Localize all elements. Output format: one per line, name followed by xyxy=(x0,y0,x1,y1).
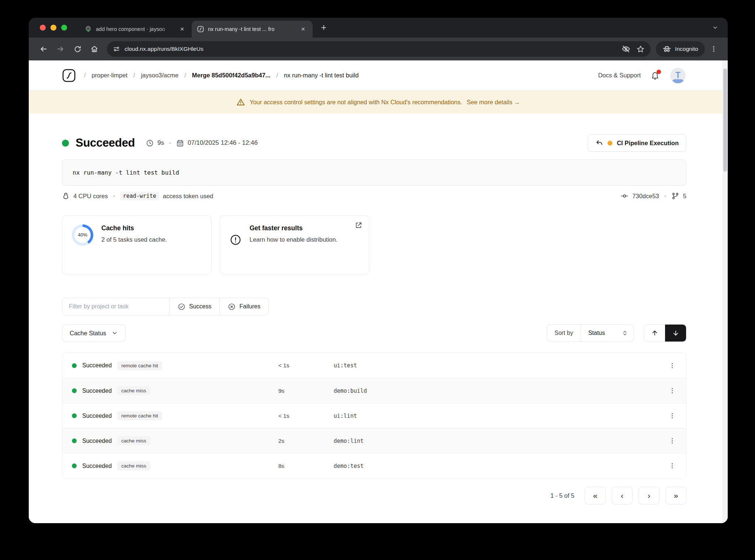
next-page-button[interactable]: › xyxy=(639,487,660,504)
back-button[interactable] xyxy=(36,42,51,56)
tab-search-chevron-icon[interactable] xyxy=(708,22,723,33)
maximize-window-button[interactable] xyxy=(61,25,67,31)
sort-by-label: Sort by xyxy=(547,325,581,342)
table-row[interactable]: Succeededcache miss 8s demo:test xyxy=(62,453,686,478)
scrollbar-thumb[interactable] xyxy=(723,69,727,172)
ci-pipeline-execution-button[interactable]: CI Pipeline Execution xyxy=(588,134,686,152)
new-tab-button[interactable]: + xyxy=(318,21,330,33)
info-icon xyxy=(230,234,241,246)
prev-page-button[interactable]: ‹ xyxy=(612,487,633,504)
breadcrumb-run[interactable]: nx run-many -t lint test build xyxy=(284,72,359,79)
external-link-icon[interactable] xyxy=(355,221,362,229)
breadcrumb-commit[interactable]: Merge 85d500f42d5a9b47... xyxy=(192,72,271,79)
url-bar[interactable]: cloud.nx.app/runs/BkIXGHleUs xyxy=(107,41,651,57)
run-status-row: Succeeded 9s 07/10/2025 12:46 - 12:46 xyxy=(62,134,686,152)
notifications-bell-icon[interactable] xyxy=(650,70,661,81)
branch-icon xyxy=(671,192,679,200)
breadcrumb-separator: / xyxy=(133,72,135,79)
table-row[interactable]: Succeededremote cache hit < 1s ui:lint xyxy=(62,403,686,428)
banner-details-link[interactable]: See more details → xyxy=(467,99,520,106)
row-task: ui:lint xyxy=(334,413,664,419)
commit-sha[interactable]: 730dce53 xyxy=(632,193,659,200)
x-circle-icon xyxy=(228,303,236,311)
success-filter-label: Success xyxy=(189,303,211,310)
nx-icon xyxy=(197,25,204,33)
docs-support-link[interactable]: Docs & Support xyxy=(598,72,641,79)
separator-dot xyxy=(113,195,115,197)
separator-dot xyxy=(169,142,171,144)
minimize-window-button[interactable] xyxy=(51,25,56,31)
breadcrumb-repo[interactable]: jaysoo3/acme xyxy=(141,72,178,79)
avatar-letter: T xyxy=(675,70,681,80)
first-page-button[interactable]: « xyxy=(585,487,606,504)
tab-nx-run[interactable]: nx run-many -t lint test ... fro × xyxy=(192,21,313,38)
row-status: Succeeded xyxy=(82,413,112,419)
row-cache-badge: remote cache hit xyxy=(117,361,162,370)
row-status: Succeeded xyxy=(82,438,112,444)
failures-filter-button[interactable]: Failures xyxy=(219,298,268,315)
run-date-range: 07/10/2025 12:46 - 12:46 xyxy=(188,139,258,147)
row-status: Succeeded xyxy=(82,388,112,394)
close-tab-icon[interactable]: × xyxy=(178,25,187,34)
tab-title: nx run-many -t lint test ... fro xyxy=(208,26,295,32)
close-window-button[interactable] xyxy=(40,25,46,31)
sort-ascending-button[interactable] xyxy=(644,325,665,342)
row-menu-icon[interactable] xyxy=(664,408,680,424)
sort-value: Status xyxy=(588,330,605,336)
row-status-dot xyxy=(72,413,77,418)
pagination: 1 - 5 of 5 « ‹ › » xyxy=(62,487,686,504)
url-text[interactable]: cloud.nx.app/runs/BkIXGHleUs xyxy=(125,46,617,52)
breadcrumb-workspace[interactable]: proper-limpet xyxy=(92,72,128,79)
row-menu-icon[interactable] xyxy=(664,357,680,374)
run-command: nx run-many -t lint test build xyxy=(62,160,686,186)
avatar[interactable]: T xyxy=(670,68,686,83)
reload-button[interactable] xyxy=(70,42,85,56)
tab-github-pr[interactable]: add hero component · jaysoo × xyxy=(80,21,192,38)
row-cache-badge: cache miss xyxy=(117,461,150,470)
eye-off-icon[interactable] xyxy=(622,45,630,53)
calendar-icon xyxy=(176,139,184,147)
cpu-cores: 4 CPU cores xyxy=(73,193,108,200)
incognito-label: Incognito xyxy=(675,46,698,52)
row-menu-icon[interactable] xyxy=(664,383,680,399)
close-tab-icon[interactable]: × xyxy=(299,25,307,34)
sort-select[interactable]: Sort by Status xyxy=(547,324,634,342)
table-row[interactable]: Succeededcache miss 2s demo:lint xyxy=(62,428,686,453)
warning-triangle-icon xyxy=(236,98,245,106)
row-task: demo:build xyxy=(334,388,664,394)
row-duration: 8s xyxy=(278,463,334,469)
site-settings-icon[interactable] xyxy=(113,45,120,53)
faster-results-title: Get faster results xyxy=(250,224,338,232)
row-status: Succeeded xyxy=(82,362,112,369)
table-row[interactable]: Succeededcache miss 9s demo:build xyxy=(62,378,686,403)
failures-filter-label: Failures xyxy=(239,303,260,310)
faster-results-card[interactable]: Get faster results Learn how to enable d… xyxy=(220,215,369,274)
page-header: / proper-limpet / jaysoo3/acme / Merge 8… xyxy=(29,60,728,91)
home-button[interactable] xyxy=(87,42,102,56)
bookmark-star-icon[interactable] xyxy=(636,45,645,53)
table-row[interactable]: Succeededremote cache hit < 1s ui:test xyxy=(62,353,686,378)
pr-check-icon xyxy=(85,25,92,33)
success-filter-button[interactable]: Success xyxy=(169,298,219,315)
incognito-badge: Incognito xyxy=(656,41,705,57)
nx-logo-icon[interactable] xyxy=(62,69,76,83)
cache-status-dropdown[interactable]: Cache Status xyxy=(62,324,126,342)
arrow-up-icon xyxy=(651,329,658,337)
row-menu-icon[interactable] xyxy=(664,458,680,474)
traffic-lights xyxy=(40,25,67,31)
pipeline-status-dot xyxy=(608,141,612,146)
linux-penguin-icon xyxy=(62,192,70,200)
browser-toolbar: cloud.nx.app/runs/BkIXGHleUs Incognito xyxy=(29,38,728,60)
chevron-down-icon xyxy=(111,330,118,336)
run-meta-row: 4 CPU cores read-write access token used… xyxy=(62,192,686,200)
row-menu-icon[interactable] xyxy=(664,433,680,449)
forward-button[interactable] xyxy=(53,42,68,56)
access-token-suffix: access token used xyxy=(163,193,213,200)
page-scrollbar xyxy=(722,60,728,523)
filter-input[interactable] xyxy=(62,298,169,315)
browser-menu-icon[interactable] xyxy=(707,42,720,56)
access-token-badge: read-write xyxy=(120,192,159,200)
cache-status-label: Cache Status xyxy=(70,330,106,337)
last-page-button[interactable]: » xyxy=(665,487,686,504)
sort-descending-button[interactable] xyxy=(665,325,686,342)
